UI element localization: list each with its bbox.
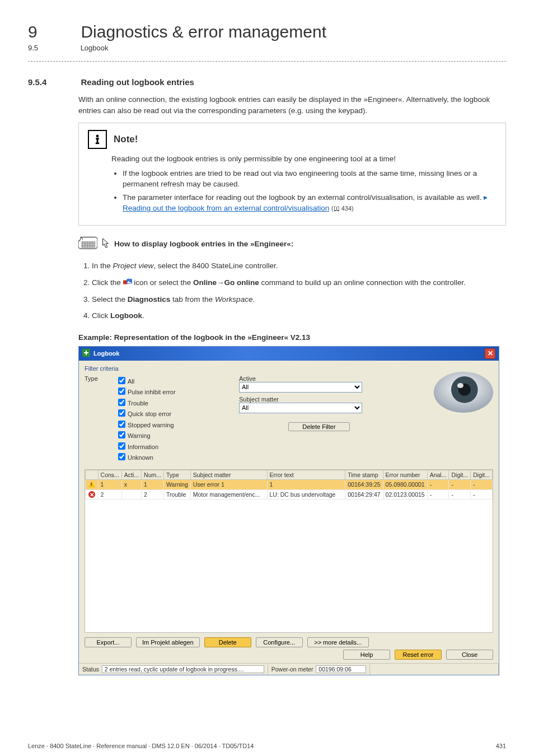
- note-line1: Reading out the logbook entries is only …: [111, 153, 496, 165]
- close-button[interactable]: ✕: [485, 348, 495, 359]
- chk-pulse-inhibit[interactable]: Pulse inhibit error: [116, 386, 176, 397]
- table-row[interactable]: 1x1WarningUser error 1100164:39:2505.098…: [86, 479, 493, 489]
- link-arrow-icon: ▸: [484, 193, 488, 202]
- app-icon: [82, 349, 90, 358]
- export-button[interactable]: Export...: [85, 637, 132, 647]
- titlebar: Logbook ✕: [79, 347, 499, 361]
- active-select[interactable]: All: [239, 382, 362, 393]
- example-caption: Example: Representation of the logbook i…: [78, 333, 506, 342]
- steps-list: In the Project view, select the 8400 Sta…: [78, 260, 506, 321]
- cursor-icon: [102, 238, 110, 250]
- logbook-window: Logbook ✕ Filter criteria Type All Pulse…: [78, 346, 499, 675]
- col-cons[interactable]: Cons...: [98, 470, 121, 479]
- svg-point-22: [457, 383, 463, 388]
- note-pageref: (🕮 434): [331, 205, 354, 212]
- chk-stopped-warning[interactable]: Stopped warning: [116, 419, 176, 430]
- note-bullet-1: If the logbook entries are tried to be r…: [123, 168, 496, 190]
- svg-point-0: [96, 135, 99, 138]
- col-dig1[interactable]: Digit...: [449, 470, 471, 479]
- col-errnum[interactable]: Error number: [383, 470, 427, 479]
- sub-chapter-number: 9.5: [28, 44, 78, 52]
- col-subject[interactable]: Subject matter: [190, 470, 267, 479]
- step-1: In the Project view, select the 8400 Sta…: [92, 260, 506, 272]
- close-window-button[interactable]: Close: [446, 650, 493, 660]
- error-icon: ✕: [88, 491, 95, 498]
- note-bullet-2-text: The parameter interface for reading out …: [123, 193, 482, 202]
- info-icon: [88, 130, 107, 149]
- chk-quick-stop[interactable]: Quick stop error: [116, 408, 176, 419]
- howto-heading: How to display logbook entries in the »E…: [114, 240, 293, 248]
- col-dig2[interactable]: Digit...: [471, 470, 493, 479]
- help-button[interactable]: Help: [343, 650, 390, 660]
- note-box: Note! Reading out the logbook entries is…: [78, 123, 506, 226]
- step-3: Select the Diagnostics tab from the Work…: [92, 293, 506, 306]
- filter-criteria-label: Filter criteria: [85, 365, 493, 372]
- status-text: 2 entries read, cyclic update of logbook…: [102, 665, 264, 673]
- note-bullet-2: The parameter interface for reading out …: [123, 192, 496, 214]
- divider: [28, 61, 506, 62]
- chk-information[interactable]: Information: [116, 441, 176, 452]
- window-title: Logbook: [93, 350, 119, 357]
- delete-filter-button[interactable]: Delete Filter: [288, 422, 350, 431]
- chapter-number: 9: [28, 22, 78, 41]
- type-label: Type: [85, 375, 107, 463]
- chk-all[interactable]: All: [116, 375, 176, 386]
- note-label: Note!: [114, 134, 138, 145]
- footer-left: Lenze · 8400 StateLine · Reference manua…: [28, 743, 254, 749]
- col-error[interactable]: Error text: [267, 470, 345, 479]
- power-on-meter-label: Power-on meter: [271, 666, 313, 673]
- page-number: 431: [496, 743, 506, 749]
- col-acti[interactable]: Acti...: [121, 470, 141, 479]
- more-details-button[interactable]: >> more details...: [307, 637, 369, 647]
- status-bar: Status 2 entries read, cyclic update of …: [79, 663, 499, 675]
- col-anal[interactable]: Anal...: [427, 470, 449, 479]
- sub-chapter-title: Logbook: [81, 44, 109, 52]
- subject-matter-label: Subject matter: [239, 396, 362, 403]
- grid-header[interactable]: Cons... Acti... Num... Type Subject matt…: [86, 470, 493, 479]
- intro-paragraph: With an online connection, the existing …: [78, 94, 506, 116]
- chk-trouble[interactable]: Trouble: [116, 397, 176, 408]
- warning-icon: [88, 481, 95, 487]
- reset-error-button[interactable]: Reset error: [395, 650, 442, 660]
- table-row[interactable]: ✕22TroubleMotor management/enc...LU: DC …: [86, 489, 493, 500]
- subject-matter-select[interactable]: All: [239, 403, 362, 413]
- log-grid[interactable]: Cons... Acti... Num... Type Subject matt…: [85, 469, 493, 633]
- section-title: Reading out logbook entries: [81, 77, 194, 87]
- go-online-icon: [123, 278, 132, 286]
- step-4: Click Logbook.: [92, 310, 506, 322]
- note-link[interactable]: Reading out the logbook from an external…: [123, 204, 329, 212]
- col-num[interactable]: Num...: [142, 470, 164, 479]
- status-label: Status: [82, 666, 99, 673]
- step-2: Click the icon or select the Online→Go o…: [92, 277, 506, 289]
- section-number: 9.5.4: [28, 77, 78, 87]
- active-label: Active: [239, 375, 362, 382]
- chapter-title: Diagnostics & error management: [81, 22, 326, 41]
- power-on-meter-value: 00196:09:06: [316, 665, 366, 673]
- configure-button[interactable]: Configure...: [256, 637, 303, 647]
- eye-graphic: [433, 364, 494, 414]
- chk-warning[interactable]: Warning: [116, 430, 176, 441]
- chk-unknown[interactable]: Unknown: [116, 451, 176, 463]
- delete-button[interactable]: Delete: [204, 637, 251, 647]
- col-time[interactable]: Time stamp: [345, 470, 383, 479]
- keyboard-icon: [78, 236, 97, 253]
- col-type[interactable]: Type: [164, 470, 191, 479]
- im-projekt-button[interactable]: Im Projekt ablegen: [136, 637, 200, 647]
- svg-rect-3: [96, 143, 99, 144]
